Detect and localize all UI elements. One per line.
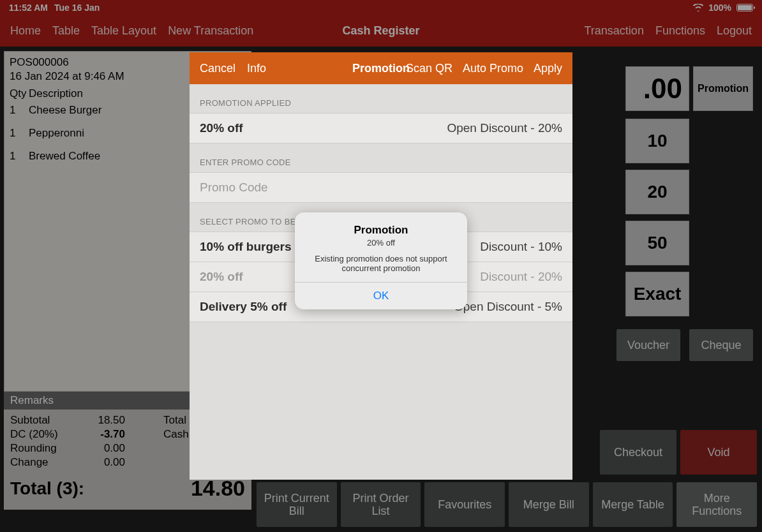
applied-detail: Open Discount - 20%: [447, 121, 562, 135]
promo-auto-button[interactable]: Auto Promo: [463, 62, 523, 75]
alert-ok-button[interactable]: OK: [295, 283, 467, 309]
alert-title: Promotion: [305, 224, 457, 237]
promo-apply-button[interactable]: Apply: [534, 62, 562, 75]
promotion-sheet-header: Cancel Info Promotion Scan QR Auto Promo…: [190, 52, 572, 84]
promo-option-name: 10% off burgers: [200, 240, 292, 254]
applied-name: 20% off: [200, 121, 243, 135]
alert-message: Existing promotion does not support conc…: [305, 254, 457, 273]
promo-option-detail: Open Discount - 5%: [454, 300, 562, 314]
promo-option-name: Delivery 5% off: [200, 300, 287, 314]
promo-scan-qr-button[interactable]: Scan QR: [406, 62, 452, 75]
alert-dialog: Promotion 20% off Existing promotion doe…: [295, 212, 467, 309]
enter-code-section-label: ENTER PROMO CODE: [190, 144, 572, 172]
promo-info-button[interactable]: Info: [247, 62, 266, 75]
promo-cancel-button[interactable]: Cancel: [200, 62, 235, 75]
promo-option-detail: Discount - 10%: [480, 240, 562, 254]
promo-sheet-title: Promotion: [352, 62, 410, 75]
applied-section-label: PROMOTION APPLIED: [190, 84, 572, 113]
applied-promotion-row[interactable]: 20% off Open Discount - 20%: [190, 113, 572, 144]
promo-code-input[interactable]: Promo Code: [190, 172, 572, 203]
alert-subtitle: 20% off: [305, 238, 457, 248]
promo-option-detail: Discount - 20%: [480, 270, 562, 284]
promo-option-name: 20% off: [200, 270, 243, 284]
promo-code-placeholder: Promo Code: [200, 181, 268, 195]
